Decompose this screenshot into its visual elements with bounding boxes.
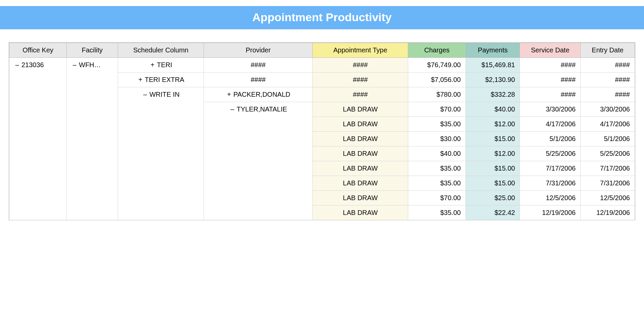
payments-cell: $12.00 [466, 146, 520, 161]
payments-cell: $22.42 [466, 206, 520, 220]
provider-cell: #### [204, 73, 313, 87]
collapse-icon[interactable]: – [71, 61, 77, 69]
entry-date-cell: 7/31/2006 [581, 176, 635, 191]
appointment-type-cell: LAB DRAW [312, 161, 408, 176]
appointment-type-cell: LAB DRAW [312, 117, 408, 132]
charges-cell: $70.00 [408, 191, 466, 206]
entry-date-cell: 3/30/2006 [581, 102, 635, 117]
appointment-type-cell: #### [312, 73, 408, 87]
payments-cell: $332.28 [466, 87, 520, 102]
payments-cell: $15,469.81 [466, 58, 520, 73]
col-header-office-key[interactable]: Office Key [9, 43, 67, 58]
charges-cell: $40.00 [408, 146, 466, 161]
service-date-cell: 5/25/2006 [520, 146, 581, 161]
service-date-cell: #### [520, 73, 581, 87]
table-header-row: Office Key Facility Scheduler Column Pro… [9, 43, 635, 58]
service-date-cell: 7/17/2006 [520, 161, 581, 176]
provider-cell[interactable]: –TYLER,NATALIE [204, 102, 313, 221]
col-header-charges[interactable]: Charges [408, 43, 466, 58]
appointment-type-cell: LAB DRAW [312, 132, 408, 146]
charges-cell: $35.00 [408, 176, 466, 191]
provider-cell[interactable]: +PACKER,DONALD [204, 87, 313, 102]
charges-cell: $35.00 [408, 220, 466, 221]
service-date-cell: 12/28/2006 [520, 220, 581, 221]
appointment-type-cell: LAB DRAW [312, 146, 408, 161]
entry-date-cell: 12/5/2006 [581, 191, 635, 206]
entry-date-cell: #### [581, 73, 635, 87]
charges-cell: $35.00 [408, 117, 466, 132]
col-header-appointment-type[interactable]: Appointment Type [312, 43, 408, 58]
collapse-icon[interactable]: – [14, 61, 20, 69]
entry-date-cell: 12/19/2006 [581, 206, 635, 220]
productivity-table-container: Office Key Facility Scheduler Column Pro… [9, 42, 635, 220]
payments-cell: $40.00 [466, 102, 520, 117]
payments-cell: $12.00 [466, 220, 520, 221]
entry-date-cell: 5/25/2006 [581, 146, 635, 161]
payments-cell: $15.00 [466, 161, 520, 176]
appointment-type-cell: LAB DRAW [312, 102, 408, 117]
col-header-facility[interactable]: Facility [67, 43, 118, 58]
service-date-cell: #### [520, 58, 581, 73]
payments-cell: $15.00 [466, 132, 520, 146]
service-date-cell: #### [520, 87, 581, 102]
appointment-type-cell: LAB DRAW [312, 191, 408, 206]
entry-date-cell: #### [581, 87, 635, 102]
service-date-cell: 4/17/2006 [520, 117, 581, 132]
scheduler-cell[interactable]: +TERI [118, 58, 204, 73]
table-body: –213036–WFH…+TERI########$76,749.00$15,4… [9, 58, 635, 221]
col-header-entry-date[interactable]: Entry Date [581, 43, 635, 58]
entry-date-cell: #### [581, 58, 635, 73]
entry-date-cell: 4/17/2006 [581, 117, 635, 132]
productivity-table: Office Key Facility Scheduler Column Pro… [9, 43, 635, 220]
entry-date-cell: 5/1/2006 [581, 132, 635, 146]
charges-cell: $76,749.00 [408, 58, 466, 73]
charges-cell: $70.00 [408, 102, 466, 117]
provider-cell: #### [204, 58, 313, 73]
scheduler-cell[interactable]: +TERI EXTRA [118, 73, 204, 87]
expand-icon[interactable]: + [150, 61, 156, 69]
service-date-cell: 12/19/2006 [520, 206, 581, 220]
payments-cell: $2,130.90 [466, 73, 520, 87]
page-title-banner: Appointment Productivity [0, 6, 644, 30]
collapse-icon[interactable]: – [229, 105, 235, 113]
col-header-scheduler[interactable]: Scheduler Column [118, 43, 204, 58]
service-date-cell: 3/30/2006 [520, 102, 581, 117]
charges-cell: $7,056.00 [408, 73, 466, 87]
payments-cell: $25.00 [466, 191, 520, 206]
scheduler-cell[interactable]: –WRITE IN [118, 87, 204, 221]
col-header-provider[interactable]: Provider [204, 43, 313, 58]
charges-cell: $30.00 [408, 132, 466, 146]
expand-icon[interactable]: + [138, 76, 144, 84]
appointment-type-cell: LAB DRAW [312, 220, 408, 221]
col-header-payments[interactable]: Payments [466, 43, 520, 58]
table-row: LAB DRAW$35.00$12.0012/28/200612/28/2006 [9, 220, 635, 221]
appointment-type-cell: #### [312, 58, 408, 73]
office-key-cell[interactable]: –213036 [9, 58, 67, 221]
collapse-icon[interactable]: – [142, 91, 148, 98]
appointment-type-cell: #### [312, 87, 408, 102]
payments-cell: $12.00 [466, 117, 520, 132]
appointment-type-cell: LAB DRAW [312, 176, 408, 191]
service-date-cell: 7/31/2006 [520, 176, 581, 191]
service-date-cell: 12/5/2006 [520, 191, 581, 206]
charges-cell: $35.00 [408, 206, 466, 220]
payments-cell: $15.00 [466, 176, 520, 191]
expand-icon[interactable]: + [226, 91, 232, 98]
table-row: –213036–WFH…+TERI########$76,749.00$15,4… [9, 58, 635, 73]
entry-date-cell: 12/28/2006 [581, 220, 635, 221]
service-date-cell: 5/1/2006 [520, 132, 581, 146]
appointment-type-cell: LAB DRAW [312, 206, 408, 220]
facility-cell[interactable]: –WFH… [67, 58, 118, 221]
charges-cell: $780.00 [408, 87, 466, 102]
col-header-service-date[interactable]: Service Date [520, 43, 581, 58]
entry-date-cell: 7/17/2006 [581, 161, 635, 176]
charges-cell: $35.00 [408, 161, 466, 176]
page-title: Appointment Productivity [252, 11, 392, 24]
